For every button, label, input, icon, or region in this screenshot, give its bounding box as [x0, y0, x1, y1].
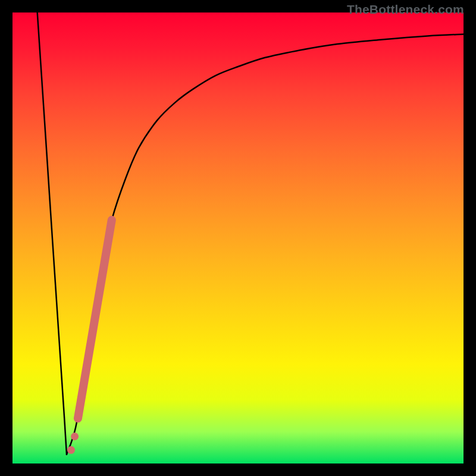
overlay-dot	[67, 446, 75, 454]
overlay-highlight-segment	[78, 220, 112, 419]
chart-frame: TheBottleneck.com	[0, 0, 476, 476]
overlay-dot	[71, 433, 79, 440]
plot-area	[12, 12, 464, 464]
curve-right-branch	[67, 34, 464, 454]
overlay-highlight-dots	[67, 433, 79, 454]
chart-svg	[12, 12, 464, 464]
watermark-text: TheBottleneck.com	[347, 2, 464, 17]
curve-left-branch	[37, 12, 67, 455]
